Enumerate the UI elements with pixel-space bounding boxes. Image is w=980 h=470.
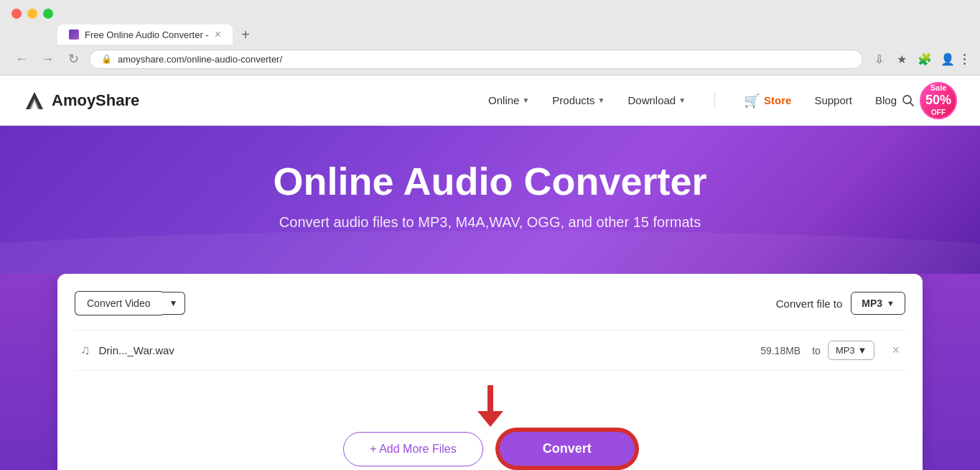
store-label: Store [764,94,791,106]
chevron-down-icon: ▼ [522,96,529,104]
nav-divider [714,92,715,109]
chevron-down-icon: ▼ [598,96,605,104]
format-chevron-icon: ▼ [887,299,895,308]
address-bar[interactable]: 🔒 amoyshare.com/online-audio-converter/ [89,50,863,69]
file-remove-button[interactable]: × [892,343,900,358]
search-button[interactable] [897,89,920,112]
file-row: ♫ Drin..._War.wav 59.18MB to MP3 ▼ × [75,330,905,371]
file-name: Drin..._War.wav [99,344,761,356]
file-format-chevron-icon: ▼ [858,345,867,356]
traffic-light-yellow[interactable] [27,9,37,19]
forward-button[interactable]: → [37,49,57,69]
svg-line-3 [910,102,914,106]
hero-title: Online Audio Converter [23,160,957,203]
converter-section: Convert Video ▼ Convert file to MP3 ▼ ♫ … [0,274,980,470]
sale-badge[interactable]: Sale 50% OFF [920,82,957,119]
file-to-label: to [812,345,821,356]
red-arrow-icon [477,385,503,427]
url-text: amoyshare.com/online-audio-converter/ [118,54,282,65]
tab-favicon [69,29,79,40]
convert-video-arrow[interactable]: ▼ [162,292,185,315]
nav-store[interactable]: 🛒 Store [744,93,791,109]
tab-title: Free Online Audio Converter - [85,29,209,40]
file-size: 59.18MB [760,345,801,356]
logo-text: AmoyShare [52,91,139,110]
hero-subtitle: Convert audio files to MP3, M4A,WAV, OGG… [23,214,957,231]
sale-off: OFF [931,109,946,117]
browser-chrome: Free Online Audio Converter - × + ← → ↻ … [0,0,980,75]
new-tab-button[interactable]: + [235,24,256,45]
profile-icon[interactable]: 👤 [938,49,958,69]
lock-icon: 🔒 [101,54,112,64]
add-more-files-button[interactable]: + Add More Files [343,432,483,466]
website: AmoyShare Online ▼ Products ▼ Download ▼… [0,75,980,470]
cart-icon: 🛒 [744,93,760,109]
convert-video-label[interactable]: Convert Video [75,291,162,315]
download-icon[interactable]: ⇩ [869,49,889,69]
extension-icon[interactable]: 🧩 [915,49,935,69]
nav-download[interactable]: Download ▼ [627,94,686,106]
nav-blog[interactable]: Blog [875,94,897,106]
convert-video-dropdown[interactable]: Convert Video ▼ [75,291,185,315]
more-options-button[interactable] [961,51,969,68]
sale-percentage: 50% [925,93,951,109]
traffic-light-red[interactable] [11,9,22,19]
traffic-light-green[interactable] [43,9,53,19]
search-icon [901,93,915,108]
tab-close-button[interactable]: × [215,29,221,40]
nav-links: Online ▼ Products ▼ Download ▼ 🛒 Store S… [488,92,897,109]
converter-box: Convert Video ▼ Convert file to MP3 ▼ ♫ … [57,274,923,470]
convert-button[interactable]: Convert [498,430,637,468]
refresh-button[interactable]: ↻ [63,49,83,69]
logo[interactable]: AmoyShare [23,89,139,112]
file-format-value: MP3 [836,345,855,356]
global-format-value: MP3 [862,298,882,309]
global-format-select[interactable]: MP3 ▼ [851,292,905,315]
convert-file-to-area: Convert file to MP3 ▼ [776,292,905,315]
converter-toolbar: Convert Video ▼ Convert file to MP3 ▼ [75,291,905,315]
hero-section: Online Audio Converter Convert audio fil… [0,126,980,274]
bookmark-icon[interactable]: ★ [892,49,912,69]
logo-svg [23,89,46,112]
sale-text: Sale [930,83,947,93]
audio-file-icon: ♫ [80,343,90,358]
nav-support[interactable]: Support [814,94,852,106]
chevron-down-icon: ▼ [678,96,686,104]
convert-file-to-label: Convert file to [776,298,843,310]
arrow-indicator [75,385,905,430]
active-tab[interactable]: Free Online Audio Converter - × [57,24,233,45]
nav-online[interactable]: Online ▼ [488,94,529,106]
file-format-select[interactable]: MP3 ▼ [828,341,875,360]
main-nav: AmoyShare Online ▼ Products ▼ Download ▼… [0,75,980,126]
nav-products[interactable]: Products ▼ [552,94,605,106]
back-button[interactable]: ← [11,49,32,69]
